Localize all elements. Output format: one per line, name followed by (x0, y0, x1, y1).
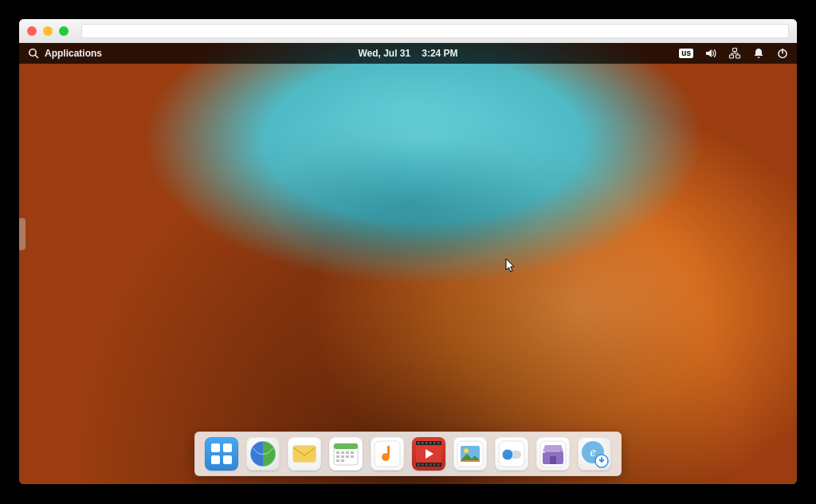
svg-rect-16 (334, 443, 358, 449)
dock-app-center[interactable] (536, 437, 570, 471)
svg-rect-19 (346, 451, 349, 454)
dock: e (194, 432, 622, 476)
svg-text:e: e (590, 445, 595, 459)
svg-rect-3 (730, 55, 734, 58)
window-close-button[interactable] (27, 26, 37, 36)
svg-rect-25 (336, 459, 339, 462)
svg-rect-10 (223, 455, 232, 464)
svg-rect-23 (346, 455, 349, 458)
dock-music[interactable] (371, 437, 404, 471)
svg-rect-24 (351, 455, 354, 458)
svg-rect-36 (437, 442, 440, 444)
svg-rect-38 (422, 463, 424, 466)
search-icon (27, 47, 40, 60)
window-address-bar[interactable] (81, 24, 789, 38)
window-minimize-button[interactable] (43, 26, 53, 36)
clock-date[interactable]: Wed, Jul 31 (358, 48, 410, 59)
svg-rect-2 (733, 49, 737, 52)
applications-label: Applications (45, 48, 102, 59)
svg-rect-21 (336, 455, 339, 458)
svg-rect-22 (341, 455, 344, 458)
desktop-wallpaper (19, 43, 797, 484)
svg-rect-7 (211, 443, 220, 452)
svg-rect-53 (550, 456, 556, 464)
dock-photos[interactable] (453, 437, 487, 471)
dock-calendar[interactable] (329, 437, 363, 471)
wingpanel: Applications Wed, Jul 31 3:24 PM us (19, 43, 797, 64)
window-titlebar (19, 19, 797, 43)
svg-rect-9 (211, 455, 220, 464)
dock-system-settings[interactable] (495, 437, 528, 471)
svg-rect-35 (434, 442, 436, 444)
svg-rect-31 (418, 442, 420, 444)
svg-rect-17 (336, 451, 339, 454)
svg-rect-37 (418, 463, 420, 466)
svg-rect-4 (736, 55, 740, 58)
svg-rect-32 (422, 442, 424, 444)
svg-rect-20 (351, 451, 354, 454)
dock-installer[interactable]: e (578, 437, 611, 471)
notifications-bell-icon[interactable] (752, 47, 765, 60)
svg-rect-39 (426, 463, 428, 466)
window-zoom-button[interactable] (59, 26, 69, 36)
mouse-cursor (505, 258, 516, 274)
svg-rect-41 (434, 463, 436, 466)
svg-rect-26 (341, 459, 344, 462)
svg-rect-18 (341, 451, 344, 454)
workspace-switcher-handle[interactable] (19, 218, 26, 250)
volume-icon[interactable] (704, 47, 717, 60)
dock-videos[interactable] (412, 437, 445, 471)
network-icon[interactable] (728, 47, 741, 60)
svg-rect-13 (293, 446, 316, 462)
dock-multitasking-view[interactable] (205, 437, 238, 471)
dock-web-browser[interactable] (246, 437, 280, 471)
desktop-area[interactable]: Applications Wed, Jul 31 3:24 PM us (19, 43, 797, 484)
svg-line-1 (35, 55, 38, 58)
svg-point-45 (464, 448, 469, 453)
svg-rect-42 (437, 463, 440, 466)
keyboard-layout-indicator[interactable]: us (679, 49, 693, 58)
dock-mail[interactable] (288, 437, 321, 471)
macos-window-frame: Applications Wed, Jul 31 3:24 PM us (19, 19, 797, 484)
svg-rect-46 (461, 460, 480, 462)
svg-point-0 (29, 49, 36, 56)
svg-rect-33 (426, 442, 428, 444)
svg-rect-40 (430, 463, 432, 466)
power-icon[interactable] (776, 47, 789, 60)
clock-time[interactable]: 3:24 PM (422, 48, 457, 59)
svg-rect-34 (430, 442, 432, 444)
applications-menu-button[interactable]: Applications (27, 47, 102, 60)
svg-rect-8 (223, 443, 232, 452)
